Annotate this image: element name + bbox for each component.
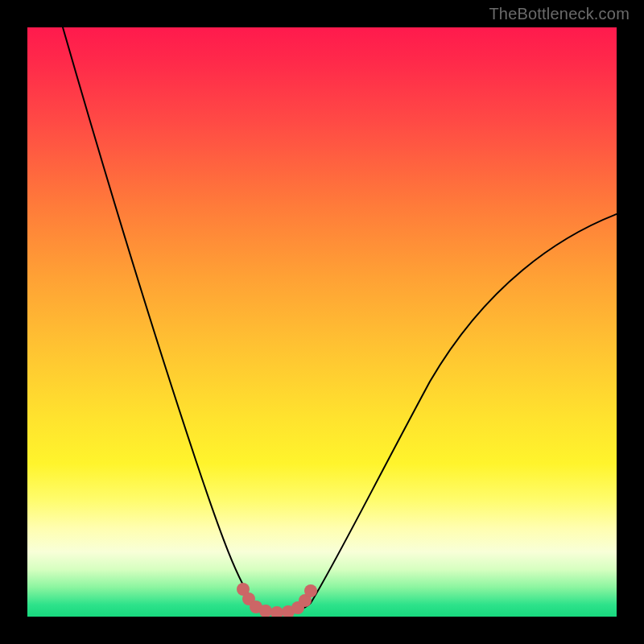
svg-point-4 [270, 606, 283, 617]
bottleneck-curve [63, 27, 617, 612]
chart-frame: TheBottleneck.com [0, 0, 644, 644]
plot-area [27, 27, 617, 617]
svg-point-8 [304, 584, 317, 597]
curve-svg [27, 27, 617, 617]
valley-beads [237, 583, 317, 617]
watermark-text: TheBottleneck.com [489, 5, 630, 23]
